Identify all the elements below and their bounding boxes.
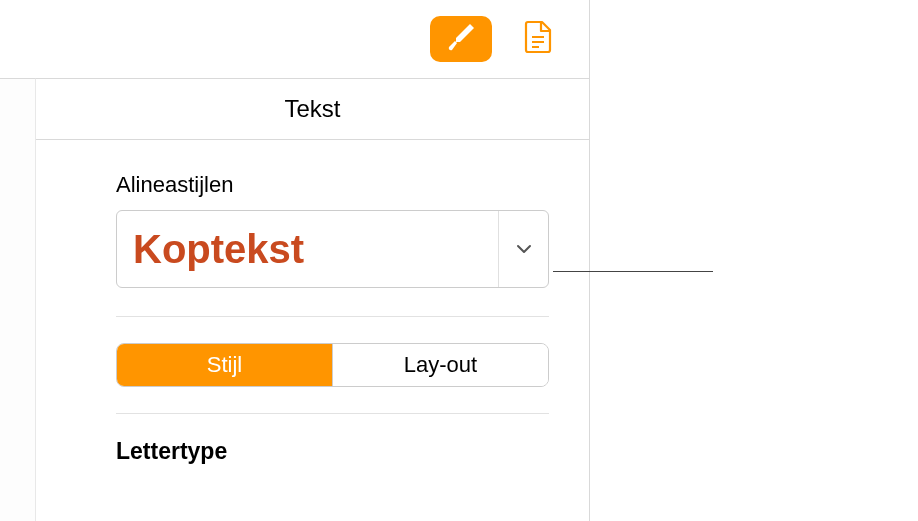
segment-label: Lay-out — [404, 352, 477, 378]
tab-label: Tekst — [284, 95, 340, 122]
dropdown-arrow[interactable] — [498, 211, 548, 287]
segment-layout[interactable]: Lay-out — [333, 344, 548, 386]
format-panel: Tekst Alineastijlen Koptekst Stijl Lay-o… — [0, 0, 590, 521]
segment-stijl[interactable]: Stijl — [117, 344, 332, 386]
divider — [116, 316, 549, 317]
paintbrush-icon — [444, 20, 478, 58]
format-button[interactable] — [430, 16, 492, 62]
paragraph-style-selected: Koptekst — [117, 211, 498, 287]
callout-line — [553, 271, 713, 272]
content-area: Alineastijlen Koptekst Stijl Lay-out — [36, 140, 589, 465]
font-section-heading: Lettertype — [36, 414, 589, 465]
segment-label: Stijl — [207, 352, 242, 378]
paragraph-styles-label: Alineastijlen — [36, 140, 589, 210]
toolbar — [0, 0, 589, 78]
paragraph-style-dropdown[interactable]: Koptekst — [116, 210, 549, 288]
segmented-control: Stijl Lay-out — [116, 343, 549, 387]
document-button[interactable] — [522, 20, 554, 58]
inspector-tab-tekst[interactable]: Tekst — [36, 78, 589, 140]
chevron-down-icon — [516, 240, 532, 258]
document-icon — [524, 20, 552, 58]
sidebar-stripe — [0, 78, 36, 521]
